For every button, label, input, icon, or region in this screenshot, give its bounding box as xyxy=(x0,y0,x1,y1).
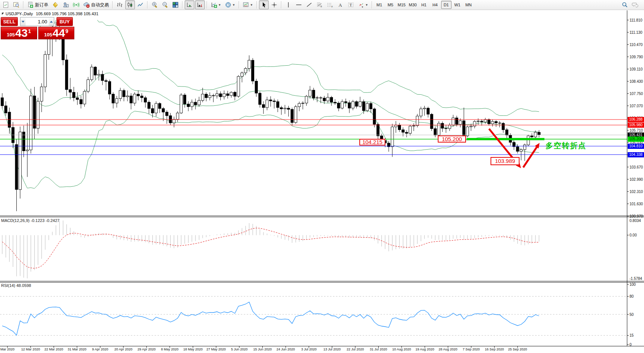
line-chart-button[interactable] xyxy=(136,0,145,9)
one-click-toggle-icon[interactable] xyxy=(2,13,4,15)
zoom-in-button[interactable] xyxy=(150,0,159,9)
sell-price-point: 1 xyxy=(28,28,31,34)
rsi-axis-50: 50 xyxy=(630,312,644,317)
search-button[interactable] xyxy=(620,0,630,9)
timeframe-w1-button[interactable]: W1 xyxy=(452,1,463,9)
cycles-icon xyxy=(225,1,232,8)
chart-symbol-period: USDJPY-,Daily xyxy=(6,12,33,16)
chart-canvas[interactable] xyxy=(0,10,644,353)
cursor-button[interactable] xyxy=(259,0,269,9)
up-arrow xyxy=(523,147,537,167)
volume-down-button[interactable] xyxy=(20,17,26,26)
macd-layer xyxy=(2,220,539,278)
rsi-axis-80: 80 xyxy=(630,294,644,299)
volume-input[interactable] xyxy=(26,17,49,26)
price-tick-110.470: 110.470 xyxy=(630,42,644,47)
hline-icon xyxy=(295,1,302,8)
auto-scroll-button[interactable] xyxy=(185,0,194,9)
trendline-icon xyxy=(306,1,313,8)
dropdown-caret-icon[interactable]: ▼ xyxy=(250,3,253,7)
candlestick-chart-button[interactable] xyxy=(125,0,135,9)
macd-label: MACD(12,26,9) -0.1223 -0.2427 xyxy=(1,218,59,223)
tile-windows-button[interactable] xyxy=(171,0,180,9)
auto-trading-button[interactable]: 自动交易 xyxy=(82,0,110,9)
text-label-button[interactable]: T xyxy=(346,0,356,9)
toolbar-buttons: 新订单自动交易▼▼▼FFAT▼ xyxy=(1,0,374,9)
callout-103989[interactable]: 103.989 xyxy=(491,157,520,165)
bar-chart-button[interactable] xyxy=(115,0,124,9)
new-chart-button[interactable] xyxy=(1,0,11,9)
volume-up-button[interactable] xyxy=(49,17,54,26)
auto-trading-button-label: 自动交易 xyxy=(91,2,109,8)
callout-104215[interactable]: 104.215 xyxy=(359,139,385,146)
chat-button[interactable] xyxy=(630,0,640,9)
timeframe-d1-button[interactable]: D1 xyxy=(441,1,452,9)
timeframe-m30-button[interactable]: M30 xyxy=(408,1,418,9)
date-label-22[interactable]: 25 Sep 2020 xyxy=(502,347,533,351)
chart-shift-button[interactable] xyxy=(195,0,205,9)
rsi-axis-0: 0 xyxy=(630,342,644,347)
timeframe-m5-button[interactable]: M5 xyxy=(385,1,396,9)
cycles-button[interactable]: ▼ xyxy=(223,0,237,9)
timeframe-toolbar: M1M5M15M30H1H4D1W1MN xyxy=(374,0,474,10)
horizontal-line-button[interactable] xyxy=(294,0,304,9)
bollinger-band-middle xyxy=(2,55,539,132)
rsi-axis-15: 15 xyxy=(630,333,644,338)
toolbar-separator xyxy=(239,1,239,9)
toolbar-separator xyxy=(147,1,148,9)
timeframe-m15-button[interactable]: M15 xyxy=(397,1,407,9)
dropdown-caret-icon[interactable]: ▼ xyxy=(218,3,221,7)
text-button[interactable]: A xyxy=(336,0,345,9)
chart-ohlc-values: 105.669 105.796 105.398 105.431 xyxy=(36,12,98,16)
text-icon: A xyxy=(337,1,344,8)
price-flag-pivot: 105.200 xyxy=(628,137,644,142)
zoom-out-icon xyxy=(162,1,168,8)
crosshair-button[interactable] xyxy=(269,0,279,9)
dropdown-caret-icon[interactable]: ▼ xyxy=(232,3,235,7)
buy-price-pips: 44 xyxy=(53,27,65,39)
up-arrow-icon xyxy=(50,21,53,23)
fibonacci-button[interactable]: F xyxy=(315,0,324,9)
timeframe-h4-button[interactable]: H4 xyxy=(430,1,440,9)
arrows-button[interactable]: ▼ xyxy=(356,0,370,9)
history-center-button[interactable] xyxy=(51,0,60,9)
timeframe-m1-button[interactable]: M1 xyxy=(374,1,385,9)
timeframe-h1-button[interactable]: H1 xyxy=(419,1,429,9)
toolbar-separator xyxy=(372,1,372,9)
templates-button[interactable]: ▼ xyxy=(241,0,255,9)
buy-price[interactable]: 105449 xyxy=(38,27,75,39)
dropdown-caret-icon[interactable]: ▼ xyxy=(365,3,368,7)
chart-line-icon xyxy=(137,1,144,8)
vertical-line-button[interactable] xyxy=(284,0,293,9)
macd-axis-min: -1.5784 xyxy=(630,276,644,281)
label-icon: T xyxy=(347,1,354,8)
zoom-out-button[interactable] xyxy=(160,0,170,9)
chat-icon xyxy=(632,1,638,8)
svg-text:A: A xyxy=(339,2,342,8)
channels-button[interactable]: F xyxy=(325,0,335,9)
rsi-label: RSI(14) 48.0598 xyxy=(1,283,31,288)
sell-price[interactable]: 105431 xyxy=(1,27,37,39)
indicators-button[interactable]: ▼ xyxy=(209,0,223,9)
price-tick-109.790: 109.790 xyxy=(630,55,644,59)
price-tick-103.670: 103.670 xyxy=(630,165,644,170)
sell-button[interactable]: SELL xyxy=(1,17,18,26)
timeframe-mn-button[interactable]: MN xyxy=(463,1,474,9)
macd-axis-zero: 0.00 xyxy=(630,233,644,238)
toolbar-separator xyxy=(256,1,257,9)
new-order-button[interactable]: 新订单 xyxy=(26,0,50,9)
trendline-button[interactable] xyxy=(304,0,314,9)
tile-windows-icon xyxy=(172,1,179,8)
market-watch-icon xyxy=(62,1,69,8)
profiles-button[interactable] xyxy=(12,0,21,9)
annotation-pivot-note[interactable]: 多空转折点 xyxy=(546,141,586,151)
signals-button[interactable] xyxy=(71,0,81,9)
chart-area[interactable]: USDJPY-,Daily 105.669 105.796 105.398 10… xyxy=(0,10,644,353)
toolbar: 新订单自动交易▼▼▼FFAT▼ M1M5M15M30H1H4D1W1MN xyxy=(0,0,644,10)
zoom-in-icon xyxy=(151,1,158,8)
price-flag-resistance-1: 106.288 xyxy=(628,117,644,122)
market-watch-button[interactable] xyxy=(61,0,71,9)
callout-105200[interactable]: 105.200 xyxy=(438,135,466,143)
buy-button[interactable]: BUY xyxy=(56,17,73,26)
macd-values: -0.1223 -0.2427 xyxy=(30,218,59,223)
